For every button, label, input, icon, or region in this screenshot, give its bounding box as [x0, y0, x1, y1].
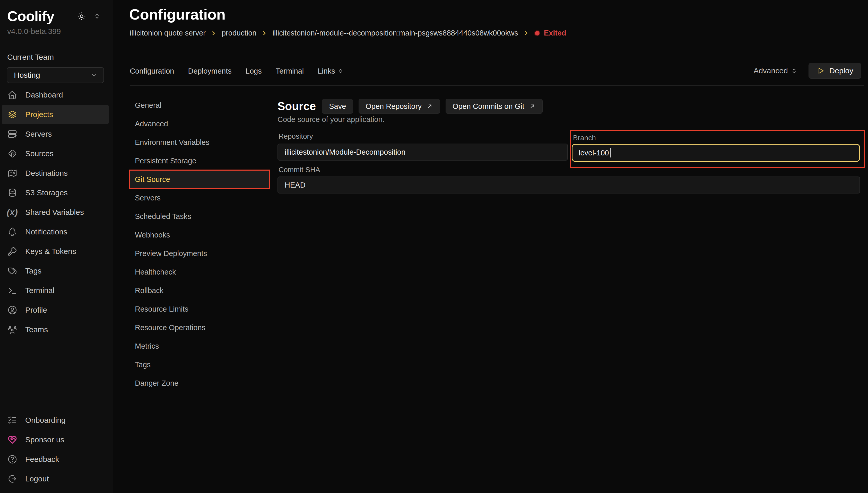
sidebar-item-destinations[interactable]: Destinations [2, 164, 109, 183]
sidebar-item-logout[interactable]: Logout [2, 469, 109, 489]
chevron-right-icon [523, 30, 529, 37]
tab-bar: Configuration Deployments Logs Terminal … [130, 64, 344, 78]
sidebar-item-shared-variables[interactable]: (x) Shared Variables [2, 202, 109, 222]
save-button[interactable]: Save [322, 99, 353, 114]
branch-input-value: level-100 [579, 149, 609, 157]
subnav-preview-deployments[interactable]: Preview Deployments [130, 244, 269, 263]
sidebar-item-label: Tags [25, 266, 41, 275]
subnav-persistent-storage[interactable]: Persistent Storage [130, 152, 269, 170]
sidebar-item-label: Projects [25, 110, 53, 119]
breadcrumb-project[interactable]: illicitonion quote server [130, 29, 206, 37]
sidebar-item-servers[interactable]: Servers [2, 124, 109, 144]
heart-handshake-icon [7, 434, 18, 445]
subnav-webhooks[interactable]: Webhooks [130, 226, 269, 244]
subnav-metrics[interactable]: Metrics [130, 337, 269, 355]
deploy-button[interactable]: Deploy [808, 63, 861, 79]
repository-input[interactable] [277, 144, 568, 160]
commit-sha-label: Commit SHA [278, 166, 320, 174]
subnav-git-source-label: Git Source [135, 175, 170, 184]
branch-input[interactable]: level-100 [572, 144, 860, 162]
commit-sha-input[interactable] [277, 176, 860, 193]
sidebar-item-s3-storages[interactable]: S3 Storages [2, 183, 109, 202]
sidebar-item-onboarding[interactable]: Onboarding [2, 410, 109, 430]
sidebar-collapse-icon[interactable] [93, 12, 101, 20]
open-repository-label: Open Repository [365, 102, 422, 111]
sidebar-item-profile[interactable]: Profile [2, 300, 109, 320]
terminal-icon [7, 285, 18, 296]
top-actions: Advanced Deploy [754, 63, 861, 79]
tab-terminal[interactable]: Terminal [276, 67, 304, 76]
sidebar-footer-nav: Onboarding Sponsor us Feedback Logout [0, 410, 113, 489]
sidebar-item-teams[interactable]: Teams [2, 320, 109, 339]
sidebar-item-label: Feedback [25, 455, 59, 464]
app-version: v4.0.0-beta.399 [0, 24, 113, 36]
deploy-label: Deploy [829, 66, 853, 75]
header-divider [130, 85, 864, 86]
sun-theme-icon[interactable] [77, 11, 86, 21]
sidebar-item-tags[interactable]: Tags [2, 261, 109, 281]
tab-configuration[interactable]: Configuration [130, 67, 174, 76]
annotation-box-branch: Branch level-100 [570, 130, 865, 168]
sidebar-item-label: S3 Storages [25, 188, 68, 197]
sidebar-item-sources[interactable]: Sources [2, 144, 109, 164]
sidebar-item-label: Onboarding [25, 416, 66, 425]
sidebar-item-dashboard[interactable]: Dashboard [2, 85, 109, 105]
subnav-resource-limits[interactable]: Resource Limits [130, 300, 269, 318]
subnav-advanced[interactable]: Advanced [130, 114, 269, 133]
tab-links[interactable]: Links [318, 67, 344, 76]
subnav-servers[interactable]: Servers [130, 189, 269, 207]
breadcrumb-application[interactable]: illicitestonion/-module--decomposition:m… [272, 29, 518, 37]
home-icon [7, 90, 18, 100]
subnav-tags[interactable]: Tags [130, 355, 269, 374]
subnav-environment-variables[interactable]: Environment Variables [130, 133, 269, 152]
sidebar-item-feedback[interactable]: Feedback [2, 450, 109, 469]
variables-icon: (x) [7, 207, 18, 217]
help-icon [7, 454, 18, 465]
chevron-down-icon [91, 71, 98, 79]
team-select-value: Hosting [14, 71, 40, 80]
key-icon [7, 246, 18, 257]
tab-logs[interactable]: Logs [246, 67, 262, 76]
sidebar-item-projects[interactable]: Projects [2, 105, 109, 124]
subnav-general[interactable]: General [130, 96, 269, 114]
sidebar-item-notifications[interactable]: Notifications [2, 222, 109, 242]
source-heading: Source [277, 100, 316, 113]
current-team-label: Current Team [0, 36, 113, 62]
sidebar-item-label: Profile [25, 306, 47, 315]
tab-deployments[interactable]: Deployments [188, 67, 232, 76]
chevron-up-down-icon [337, 68, 344, 74]
open-commits-button[interactable]: Open Commits on Git [446, 99, 543, 114]
sidebar-item-terminal[interactable]: Terminal [2, 281, 109, 300]
chevron-right-icon [210, 30, 217, 37]
source-header-row: Source Save Open Repository Open Commits… [277, 99, 543, 114]
subnav-resource-operations[interactable]: Resource Operations [130, 318, 269, 337]
sidebar-item-sponsor[interactable]: Sponsor us [2, 430, 109, 450]
user-icon [7, 305, 18, 315]
subnav-rollback[interactable]: Rollback [130, 281, 269, 300]
team-icon [7, 324, 18, 335]
breadcrumb-environment[interactable]: production [221, 29, 256, 37]
play-icon [817, 67, 825, 75]
status-badge: Exited [534, 29, 566, 37]
subnav-git-source[interactable]: Git Source [130, 170, 269, 189]
subnav-danger-zone[interactable]: Danger Zone [130, 374, 269, 392]
sidebar-item-label: Dashboard [25, 90, 63, 99]
app-logo: Coolify [7, 8, 54, 24]
chevron-up-down-icon [790, 67, 798, 74]
advanced-dropdown[interactable]: Advanced [754, 66, 798, 75]
git-source-icon [7, 148, 18, 159]
open-repository-button[interactable]: Open Repository [359, 99, 440, 114]
map-icon [7, 168, 18, 178]
sidebar-item-label: Destinations [25, 169, 68, 177]
server-icon [7, 129, 18, 139]
sidebar-item-keys-tokens[interactable]: Keys & Tokens [2, 242, 109, 261]
subnav-healthcheck[interactable]: Healthcheck [130, 263, 269, 281]
logout-icon [7, 474, 18, 484]
status-text: Exited [544, 29, 566, 37]
chevron-right-icon [261, 30, 268, 37]
advanced-label: Advanced [754, 66, 788, 75]
status-dot-icon [534, 30, 540, 36]
external-link-icon [529, 103, 536, 110]
subnav-scheduled-tasks[interactable]: Scheduled Tasks [130, 207, 269, 226]
team-select[interactable]: Hosting [7, 67, 104, 83]
